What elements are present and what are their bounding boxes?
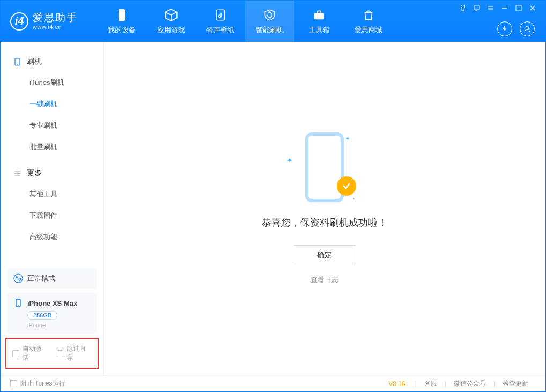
nav-store[interactable]: 爱思商城	[344, 1, 393, 42]
svg-rect-4	[318, 11, 321, 13]
sidebar: 刷机 iTunes刷机 一键刷机 专业刷机 批量刷机 更多 其他工具 下载固件 …	[1, 42, 104, 375]
svg-point-24	[18, 305, 19, 306]
svg-point-21	[16, 276, 18, 278]
nav-apps-games[interactable]: 应用游戏	[146, 1, 196, 42]
mode-panel[interactable]: 正常模式	[7, 268, 97, 289]
svg-point-22	[19, 278, 21, 280]
block-itunes-checkbox[interactable]: 阻止iTunes运行	[10, 379, 65, 388]
device-phone-icon	[13, 298, 23, 308]
mode-icon	[13, 273, 23, 283]
nav-toolbox[interactable]: 工具箱	[294, 1, 344, 42]
svg-rect-6	[474, 5, 479, 10]
header-account-area	[497, 21, 535, 36]
skip-guide-checkbox[interactable]: 跳过向导	[57, 344, 92, 363]
status-bar: 阻止iTunes运行 V8.16 | 客服 | 微信公众号 | 检查更新	[1, 375, 545, 391]
close-button[interactable]	[528, 4, 537, 12]
success-illustration: ✦ ✦ •	[290, 132, 359, 202]
highlighted-options: 自动激活 跳过向导	[5, 338, 99, 369]
list-icon	[13, 169, 21, 177]
svg-rect-2	[216, 10, 224, 20]
window-controls	[459, 4, 537, 12]
svg-rect-3	[314, 13, 323, 19]
minimize-button[interactable]	[500, 4, 509, 12]
refresh-shield-icon	[263, 8, 277, 22]
device-name: iPhone XS Max	[27, 299, 77, 307]
device-type: iPhone	[27, 322, 90, 328]
auto-activate-checkbox[interactable]: 自动激活	[12, 344, 47, 363]
svg-rect-11	[516, 5, 521, 11]
device-panel[interactable]: iPhone XS Max 256GB iPhone	[7, 293, 97, 334]
logo-area: i4 爱思助手 www.i4.cn	[1, 1, 87, 42]
checkbox-icon	[10, 380, 17, 387]
checkbox-icon	[57, 350, 64, 357]
app-header: i4 爱思助手 www.i4.cn 我的设备 应用游戏 铃声壁纸 智能刷机 工具…	[1, 1, 545, 42]
ok-button[interactable]: 确定	[293, 245, 356, 265]
sidebar-item-download-fw[interactable]: 下载固件	[1, 205, 103, 226]
check-update-link[interactable]: 检查更新	[495, 379, 536, 388]
check-icon	[337, 176, 356, 196]
nav-my-device[interactable]: 我的设备	[97, 1, 146, 42]
sidebar-item-batch-flash[interactable]: 批量刷机	[1, 136, 103, 158]
bag-icon	[361, 8, 375, 22]
logo-icon: i4	[10, 12, 28, 31]
maximize-button[interactable]	[514, 4, 523, 12]
download-button[interactable]	[497, 21, 512, 36]
nav-smart-flash[interactable]: 智能刷机	[245, 1, 294, 42]
nav-ringtones[interactable]: 铃声壁纸	[196, 1, 245, 42]
app-subtitle: www.i4.cn	[33, 24, 78, 30]
music-file-icon	[213, 8, 227, 22]
version-label: V8.16	[388, 380, 405, 388]
app-title: 爱思助手	[33, 12, 78, 24]
user-button[interactable]	[520, 21, 535, 36]
sidebar-group-more[interactable]: 更多	[1, 163, 103, 183]
device-storage-badge: 256GB	[27, 311, 57, 320]
view-log-link[interactable]: 查看日志	[311, 275, 338, 285]
device-icon	[13, 58, 21, 66]
main-nav: 我的设备 应用游戏 铃声壁纸 智能刷机 工具箱 爱思商城	[97, 1, 393, 42]
phone-illustration-icon	[305, 132, 344, 202]
svg-rect-5	[314, 15, 323, 16]
menu-icon[interactable]	[486, 4, 495, 12]
svg-point-14	[526, 26, 529, 29]
sidebar-item-itunes-flash[interactable]: iTunes刷机	[1, 72, 103, 93]
mode-label: 正常模式	[27, 273, 55, 283]
svg-point-20	[14, 274, 23, 283]
success-message: 恭喜您，保资料刷机成功啦！	[262, 216, 387, 229]
phone-icon	[115, 8, 129, 22]
wechat-link[interactable]: 微信公众号	[446, 379, 493, 388]
main-content: ✦ ✦ • 恭喜您，保资料刷机成功啦！ 确定 查看日志	[104, 42, 545, 375]
sidebar-item-oneclick-flash[interactable]: 一键刷机	[1, 93, 103, 115]
sidebar-item-other-tools[interactable]: 其他工具	[1, 183, 103, 205]
sidebar-item-pro-flash[interactable]: 专业刷机	[1, 115, 103, 136]
checkbox-icon	[12, 350, 19, 357]
feedback-icon[interactable]	[473, 4, 481, 12]
sidebar-group-flash[interactable]: 刷机	[1, 51, 103, 72]
cube-icon	[164, 8, 178, 22]
svg-rect-1	[121, 19, 123, 19]
shirt-icon[interactable]	[459, 4, 467, 12]
toolbox-icon	[312, 8, 326, 22]
sidebar-item-advanced[interactable]: 高级功能	[1, 226, 103, 248]
support-link[interactable]: 客服	[417, 379, 445, 388]
